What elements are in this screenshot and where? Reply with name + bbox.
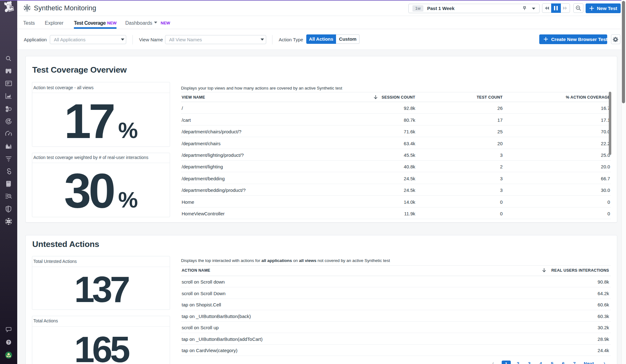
svg-text:?: ? bbox=[8, 340, 10, 345]
